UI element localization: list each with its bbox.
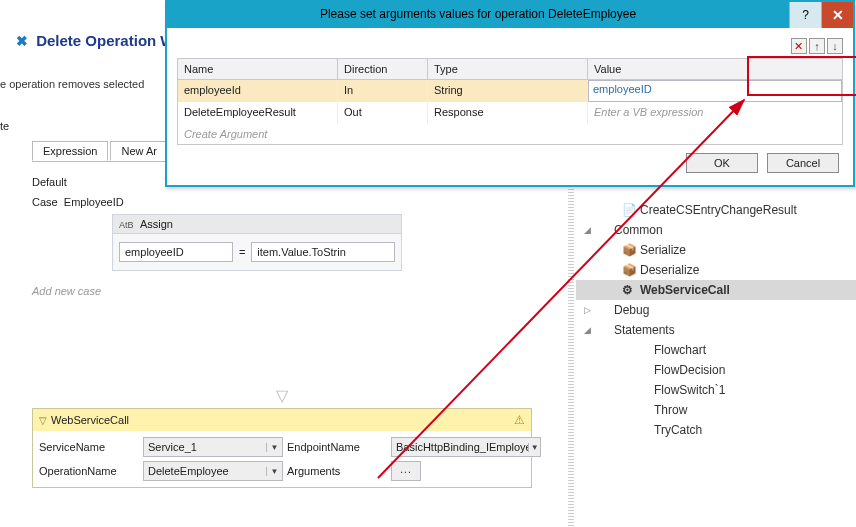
assign-ab-icon: AtB <box>119 220 134 230</box>
combo-endpointname[interactable]: BasicHttpBinding_IEmployeeService ▼ <box>391 437 541 457</box>
switch-activity: Default Case EmployeeID AtB Assign emplo… <box>32 176 532 297</box>
col-direction[interactable]: Direction <box>338 59 428 80</box>
tab-strip: Expression New Ar <box>32 140 167 162</box>
wizard-side-item: te <box>0 120 9 132</box>
arguments-dialog: Please set arguments values for operatio… <box>165 0 855 187</box>
toolbox-item[interactable]: Flowchart <box>576 340 856 360</box>
grid-header: Name Direction Type Value <box>178 59 842 80</box>
assign-header: AtB Assign <box>113 215 401 234</box>
toolbox-item[interactable]: 📄CreateCSEntryChangeResult <box>576 200 856 220</box>
combo-operationname[interactable]: DeleteEmployee ▼ <box>143 461 283 481</box>
tab-expression[interactable]: Expression <box>32 141 108 161</box>
item-label: FlowDecision <box>654 363 725 377</box>
arguments-grid: Name Direction Type Value employeeId In … <box>177 58 843 145</box>
col-value[interactable]: Value <box>588 59 842 80</box>
ok-button[interactable]: OK <box>686 153 758 173</box>
webservicecall-activity[interactable]: ▽ WebServiceCall ⚠ ServiceName Service_1… <box>32 408 532 488</box>
arguments-ellipsis-button[interactable]: ... <box>391 461 421 481</box>
item-label: Statements <box>614 323 675 337</box>
close-button[interactable]: ✕ <box>821 2 853 28</box>
tab-new-argument[interactable]: New Ar <box>110 141 167 161</box>
toolbox-item[interactable]: ◢Common <box>576 220 856 240</box>
grid-row[interactable]: DeleteEmployeeResult Out Response Enter … <box>178 102 842 124</box>
dialog-buttons: OK Cancel <box>177 145 843 175</box>
item-label: Throw <box>654 403 687 417</box>
cell-value[interactable]: Enter a VB expression <box>588 102 842 124</box>
case-prefix: Case <box>32 196 58 208</box>
cell-type[interactable]: String <box>428 80 588 102</box>
chevron-down-icon: ▽ <box>32 386 532 405</box>
combo-operationname-value: DeleteEmployee <box>144 463 266 479</box>
assign-to-input[interactable]: employeeID <box>119 242 233 262</box>
cell-type[interactable]: Response <box>428 102 588 124</box>
move-up-icon[interactable]: ↑ <box>809 38 825 54</box>
grid-row[interactable]: employeeId In String <box>178 80 842 102</box>
item-label: Debug <box>614 303 649 317</box>
item-label: Common <box>614 223 663 237</box>
assign-value-input[interactable]: item.Value.ToStrin <box>251 242 395 262</box>
move-down-icon[interactable]: ↓ <box>827 38 843 54</box>
chevron-down-icon[interactable]: ▼ <box>266 467 282 476</box>
case-value: EmployeeID <box>64 196 124 208</box>
grid-toolbar: ✕ ↑ ↓ <box>177 38 843 54</box>
warning-icon: ⚠ <box>514 413 525 427</box>
item-icon: 📄 <box>622 203 640 217</box>
dialog-body: ✕ ↑ ↓ Name Direction Type Value employee… <box>167 28 853 185</box>
label-operationname: OperationName <box>39 463 139 479</box>
assign-equals: = <box>237 246 247 258</box>
toolbox-item[interactable]: ⚙WebServiceCall <box>576 280 856 300</box>
cell-name[interactable]: DeleteEmployeeResult <box>178 102 338 124</box>
expand-icon[interactable]: ▷ <box>584 305 596 315</box>
item-label: Serialize <box>640 243 686 257</box>
toolbox-item[interactable]: ◢Statements <box>576 320 856 340</box>
item-icon: 📦 <box>622 243 640 257</box>
toolbox-item[interactable]: 📦Deserialize <box>576 260 856 280</box>
assign-activity[interactable]: AtB Assign employeeID = item.Value.ToStr… <box>112 214 402 271</box>
toolbox-item[interactable]: ▷Debug <box>576 300 856 320</box>
chevron-down-icon[interactable]: ▼ <box>528 443 540 452</box>
combo-servicename-value: Service_1 <box>144 439 266 455</box>
item-label: Flowchart <box>654 343 706 357</box>
cancel-button[interactable]: Cancel <box>767 153 839 173</box>
create-argument[interactable]: Create Argument <box>178 124 842 144</box>
wizard-title: ✖ Delete Operation Wo <box>16 32 183 49</box>
cell-name[interactable]: employeeId <box>178 80 338 102</box>
label-servicename: ServiceName <box>39 439 139 455</box>
wsc-header[interactable]: ▽ WebServiceCall ⚠ <box>33 409 531 431</box>
item-icon: 📦 <box>622 263 640 277</box>
wsc-title: WebServiceCall <box>51 414 129 426</box>
item-icon: ⚙ <box>622 283 640 297</box>
delete-row-icon[interactable]: ✕ <box>791 38 807 54</box>
col-name[interactable]: Name <box>178 59 338 80</box>
collapse-icon[interactable]: ▽ <box>39 415 47 426</box>
value-input[interactable] <box>593 83 837 95</box>
toolbox-item[interactable]: FlowSwitch`1 <box>576 380 856 400</box>
cell-value[interactable] <box>588 80 842 102</box>
combo-endpointname-value: BasicHttpBinding_IEmployeeService <box>392 439 528 455</box>
cell-direction[interactable]: In <box>338 80 428 102</box>
item-label: WebServiceCall <box>640 283 730 297</box>
toolbox-item[interactable]: FlowDecision <box>576 360 856 380</box>
switch-case[interactable]: Case EmployeeID <box>32 196 532 208</box>
col-type[interactable]: Type <box>428 59 588 80</box>
expand-icon[interactable]: ◢ <box>584 325 596 335</box>
dialog-title: Please set arguments values for operatio… <box>167 2 789 28</box>
chevron-down-icon[interactable]: ▼ <box>266 443 282 452</box>
help-button[interactable]: ? <box>789 2 821 28</box>
wizard-description: e operation removes selected <box>0 78 144 90</box>
dialog-titlebar[interactable]: Please set arguments values for operatio… <box>167 2 853 28</box>
item-label: Deserialize <box>640 263 699 277</box>
delete-icon: ✖ <box>16 33 28 49</box>
expand-icon[interactable]: ◢ <box>584 225 596 235</box>
wsc-property-grid: ServiceName Service_1 ▼ EndpointName Bas… <box>33 431 531 487</box>
toolbox-item[interactable]: Throw <box>576 400 856 420</box>
combo-servicename[interactable]: Service_1 ▼ <box>143 437 283 457</box>
assign-title: Assign <box>140 218 173 230</box>
toolbox-item[interactable]: TryCatch <box>576 420 856 440</box>
item-label: TryCatch <box>654 423 702 437</box>
item-label: CreateCSEntryChangeResult <box>640 203 797 217</box>
cell-direction[interactable]: Out <box>338 102 428 124</box>
toolbox-item[interactable]: 📦Serialize <box>576 240 856 260</box>
assign-body: employeeID = item.Value.ToStrin <box>113 234 401 270</box>
add-new-case[interactable]: Add new case <box>32 285 532 297</box>
